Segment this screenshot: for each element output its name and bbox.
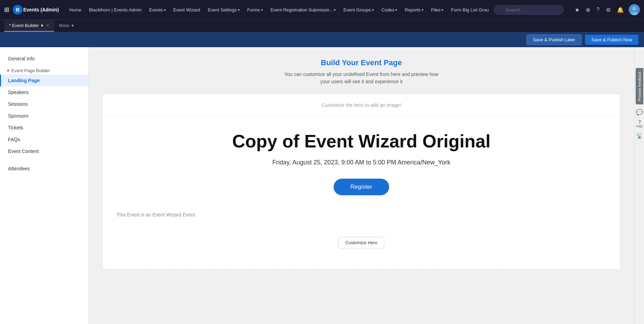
notification-icon[interactable]: 🔔	[616, 5, 625, 15]
chevron-icon: ▾	[334, 8, 336, 12]
event-description: This Event is an Event Wizard Event.	[117, 212, 606, 223]
event-preview: Customize the hero to add an image! Copy…	[102, 94, 620, 270]
feedback-tab[interactable]: Provide feedback	[636, 68, 643, 104]
chevron-icon: ▾	[395, 8, 397, 12]
sidebar-item-speakers[interactable]: Speakers	[0, 86, 88, 98]
nav-event-groups[interactable]: Event Groups▾	[340, 5, 377, 15]
nav-forms[interactable]: Forms▾	[244, 5, 266, 15]
nav-links: Home Blackthorn | Events Admin Events▾ E…	[66, 5, 489, 15]
grid-icon[interactable]: ⊞	[4, 6, 9, 14]
nav-form-big-list[interactable]: Form Big List Groups▾	[447, 5, 489, 15]
right-icons: ★ ⊕ ? ⚙ 🔔	[573, 4, 640, 15]
nav-reports[interactable]: Reports▾	[401, 5, 427, 15]
app-logo: B	[12, 4, 23, 15]
search-wrapper: 🔍	[494, 5, 564, 15]
sidebar: General Info ▾ Event Page Builder Landin…	[0, 47, 88, 324]
chevron-icon: ▾	[422, 8, 423, 12]
nav-registrations[interactable]: Event Registration Submissio...▾	[267, 5, 340, 15]
save-publish-later-button[interactable]: Save & Publish Later	[526, 34, 582, 45]
help-side-icon[interactable]: ❓ Help	[635, 119, 644, 129]
help-label: ❓	[637, 120, 642, 124]
search-input[interactable]	[494, 5, 564, 15]
customize-hero-button[interactable]: Customize Hero	[338, 237, 384, 248]
sidebar-item-sessions[interactable]: Sessions	[0, 98, 88, 110]
hero-placeholder: Customize the hero to add an image!	[103, 94, 620, 117]
tab-close-icon[interactable]: ✕	[46, 23, 49, 28]
right-panel: Provide feedback 💬 ❓ Help 📡	[634, 47, 644, 324]
nav-files[interactable]: Files▾	[428, 5, 447, 15]
tab-bar: * Event Builder ▾ ✕ More ▾	[0, 19, 644, 32]
sidebar-item-general-info[interactable]: General Info	[0, 53, 88, 65]
nav-codes[interactable]: Codes▾	[378, 5, 401, 15]
nav-home[interactable]: Home	[66, 5, 85, 15]
sidebar-item-faqs[interactable]: FAQs	[0, 134, 88, 145]
sidebar-item-attendees[interactable]: Attendees	[0, 163, 88, 174]
top-navigation: ⊞ B Events (Admin) Home Blackthorn | Eve…	[0, 0, 644, 19]
chat-icon[interactable]: 💬	[635, 107, 644, 117]
avatar[interactable]	[629, 4, 640, 15]
tab-more[interactable]: More ▾	[54, 20, 79, 32]
app-title: Events (Admin)	[23, 7, 59, 12]
chevron-icon: ▾	[441, 8, 443, 12]
rss-icon[interactable]: 📡	[635, 131, 644, 140]
publish-bar: Save & Publish Later Save & Publish Now	[0, 32, 644, 47]
nav-event-settings[interactable]: Event Settings▾	[204, 5, 243, 15]
save-publish-now-button[interactable]: Save & Publish Now	[585, 35, 638, 45]
chevron-icon: ▾	[164, 8, 166, 12]
more-chevron-icon: ▾	[71, 23, 74, 28]
sidebar-item-event-content[interactable]: Event Content	[0, 145, 88, 157]
help-icon[interactable]: ?	[595, 5, 601, 14]
chevron-icon: ▾	[238, 8, 240, 12]
page-description: You can customize all your undefined Eve…	[95, 71, 627, 85]
tab-chevron-icon[interactable]: ▾	[41, 23, 43, 28]
event-datetime: Friday, August 25, 2023, 9:00 AM to 5:00…	[117, 159, 606, 166]
nav-blackthorn[interactable]: Blackthorn | Events Admin	[85, 5, 145, 15]
page-header: Build Your Event Page You can customize …	[88, 47, 634, 94]
chevron-down-icon: ▾	[7, 68, 9, 73]
tab-event-builder[interactable]: * Event Builder ▾ ✕	[4, 20, 54, 32]
nav-event-wizard[interactable]: Event Wizard	[170, 5, 204, 15]
page-title: Build Your Event Page	[95, 58, 627, 67]
register-button[interactable]: Register	[334, 179, 389, 195]
nav-events[interactable]: Events▾	[146, 5, 169, 15]
chevron-icon: ▾	[372, 8, 374, 12]
svg-point-3	[632, 7, 636, 11]
sidebar-item-sponsors[interactable]: Sponsors	[0, 110, 88, 122]
event-title: Copy of Event Wizard Original	[117, 130, 606, 152]
add-icon[interactable]: ⊕	[584, 5, 592, 15]
main-layout: General Info ▾ Event Page Builder Landin…	[0, 47, 644, 324]
event-body: Copy of Event Wizard Original Friday, Au…	[103, 117, 620, 269]
chevron-icon: ▾	[261, 8, 263, 12]
sidebar-section-event-page-builder[interactable]: ▾ Event Page Builder	[0, 65, 88, 75]
sidebar-item-landing-page[interactable]: Landing Page	[0, 75, 88, 86]
star-icon[interactable]: ★	[573, 5, 581, 15]
svg-text:B: B	[16, 7, 19, 12]
settings-icon[interactable]: ⚙	[604, 5, 612, 15]
sidebar-item-tickets[interactable]: Tickets	[0, 122, 88, 134]
main-content: Build Your Event Page You can customize …	[88, 47, 634, 324]
